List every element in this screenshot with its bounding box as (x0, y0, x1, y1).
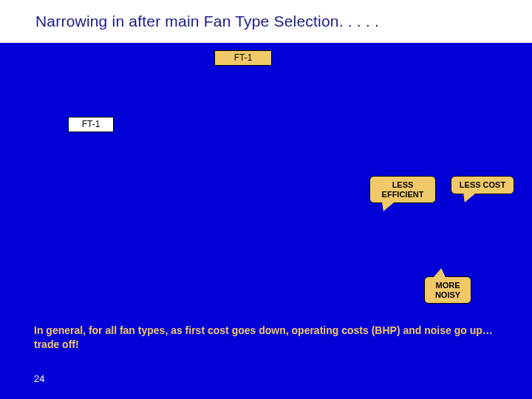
callout-text: LESS COST (460, 180, 505, 189)
callout-tail (434, 268, 449, 277)
title-band: Narrowing in after main Fan Type Selecti… (0, 0, 532, 43)
slide: Narrowing in after main Fan Type Selecti… (0, 0, 532, 399)
summary-text: In general, for all fan types, as first … (34, 324, 502, 352)
label-ft1-top: FT-1 (214, 50, 272, 66)
page-title: Narrowing in after main Fan Type Selecti… (35, 13, 379, 30)
callout-text: MORE NOISY (435, 281, 460, 299)
callout-less-efficient: LESS EFFICIENT (369, 176, 436, 203)
callout-text: LESS EFFICIENT (382, 180, 424, 199)
callout-less-cost: LESS COST (451, 176, 514, 194)
label-ft1-left: FT-1 (68, 117, 114, 132)
callout-tail (379, 202, 394, 211)
callout-more-noisy: MORE NOISY (424, 276, 471, 304)
callout-tail (460, 194, 475, 202)
page-number: 24 (34, 373, 44, 384)
